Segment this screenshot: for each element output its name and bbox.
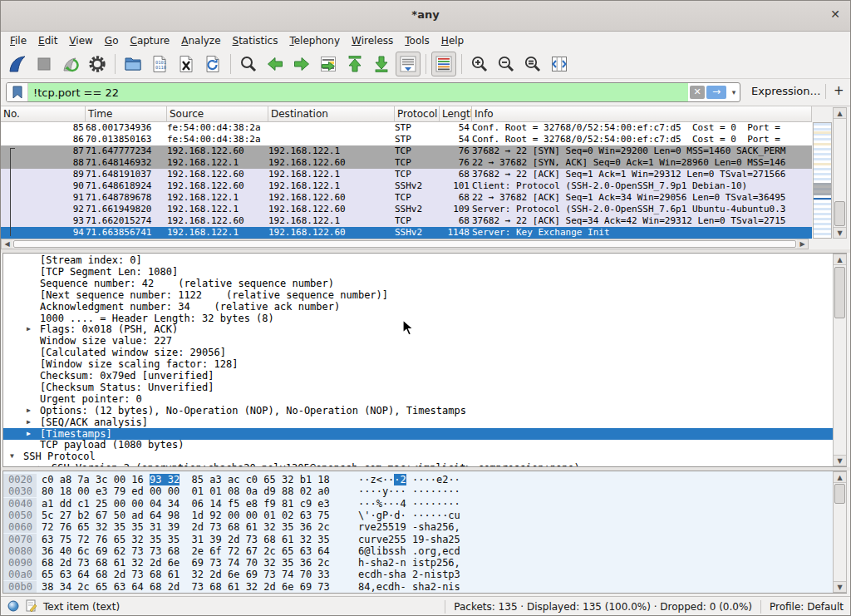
column-header-no[interactable]: No. bbox=[1, 106, 86, 122]
scroll-left-icon[interactable]: ◀ bbox=[2, 239, 12, 249]
capture-comment-icon[interactable] bbox=[26, 599, 37, 614]
scroll-up-icon[interactable]: ▲ bbox=[834, 472, 846, 483]
detail-line[interactable]: Window size value: 227 bbox=[3, 335, 846, 347]
collapse-icon[interactable]: ▼ bbox=[10, 451, 14, 462]
expand-icon[interactable]: ▶ bbox=[27, 405, 31, 416]
expand-icon[interactable]: ▶ bbox=[27, 323, 31, 335]
packet-row-87[interactable]: 8771.647777234192.168.122.60192.168.122.… bbox=[1, 145, 812, 157]
find-packet-icon[interactable] bbox=[236, 52, 261, 76]
expand-icon[interactable]: ▶ bbox=[27, 416, 31, 428]
detail-line[interactable]: [Window size scaling factor: 128] bbox=[3, 358, 846, 370]
scroll-up-icon[interactable]: ▲ bbox=[834, 254, 846, 265]
intelligent-scrollbar[interactable] bbox=[813, 122, 832, 239]
menu-go[interactable]: Go bbox=[99, 33, 125, 48]
column-header-time[interactable]: Time bbox=[86, 106, 167, 122]
packet-row-92[interactable]: 9271.661949820192.168.122.1192.168.122.6… bbox=[1, 204, 812, 215]
hex-row[interactable]: 008036 40 6c 69 62 73 73 68 2e 6f 72 67 … bbox=[3, 545, 846, 557]
filter-bookmark-icon[interactable] bbox=[7, 83, 28, 101]
expert-info-icon[interactable] bbox=[7, 600, 19, 614]
scroll-down-icon[interactable]: ▼ bbox=[834, 227, 846, 238]
scroll-up-icon[interactable]: ▲ bbox=[834, 108, 846, 119]
detail-line[interactable]: [Checksum Status: Unverified] bbox=[3, 382, 846, 393]
scroll-down-icon[interactable]: ▼ bbox=[834, 581, 846, 592]
packet-row-94[interactable]: 9471.663856741192.168.122.1192.168.122.6… bbox=[1, 227, 812, 239]
hex-row[interactable]: 0020c0 a8 7a 3c 00 16 93 32 85 a3 ac c0 … bbox=[3, 474, 846, 485]
detail-line[interactable]: ▶Options: (12 bytes), No-Operation (NOP)… bbox=[3, 405, 846, 416]
minimap-view-thumb[interactable] bbox=[814, 183, 831, 195]
detail-line[interactable]: 1000 .... = Header Length: 32 bytes (8) bbox=[3, 313, 846, 324]
hex-row[interactable]: 006072 76 65 32 35 35 31 39 2d 73 68 61 … bbox=[3, 521, 846, 533]
packet-row-89[interactable]: 8971.648191037192.168.122.60192.168.122.… bbox=[1, 169, 812, 180]
display-filter-input[interactable]: !tcp.port == 22 bbox=[28, 83, 688, 101]
menu-statistics[interactable]: Statistics bbox=[227, 33, 284, 48]
packet-list-vscrollbar[interactable]: ▲ ▼ bbox=[833, 107, 847, 239]
detail-line[interactable]: Acknowledgment number: 34 (relative ack … bbox=[3, 301, 846, 313]
detail-line[interactable]: ▶[Timestamps] bbox=[3, 428, 846, 440]
packet-row-91[interactable]: 9171.648789678192.168.122.1192.168.122.6… bbox=[1, 192, 812, 204]
hex-row[interactable]: 003080 18 00 e3 79 ed 00 00 01 01 08 0a … bbox=[3, 485, 846, 497]
column-header-source[interactable]: Source bbox=[167, 106, 268, 122]
zoom-out-icon[interactable] bbox=[494, 52, 519, 76]
menu-analyze[interactable]: Analyze bbox=[175, 33, 226, 48]
hex-row[interactable]: 00a065 63 64 68 2d 73 68 61 32 2d 6e 69 … bbox=[3, 569, 846, 580]
menu-wireless[interactable]: Wireless bbox=[346, 33, 399, 48]
capture-start-icon[interactable] bbox=[5, 52, 30, 76]
menu-tools[interactable]: Tools bbox=[399, 33, 435, 48]
packet-row-88[interactable]: 8871.648146932192.168.122.1192.168.122.6… bbox=[1, 157, 812, 169]
go-last-icon[interactable] bbox=[369, 52, 394, 76]
scroll-right-icon[interactable]: ▶ bbox=[797, 239, 808, 249]
packet-list-hscrollbar[interactable]: ◀ ▶ bbox=[1, 239, 809, 249]
packet-row-86[interactable]: 8670.013850163fe:54:00:d4:38:2aSTP54Conf… bbox=[1, 134, 812, 145]
menu-edit[interactable]: Edit bbox=[32, 33, 63, 48]
scrollbar-thumb[interactable] bbox=[834, 267, 845, 318]
open-file-icon[interactable] bbox=[121, 52, 145, 76]
title-bar[interactable]: *any ✕ bbox=[1, 1, 850, 32]
column-header-destination[interactable]: Destination bbox=[268, 106, 395, 122]
detail-line[interactable]: [Next sequence number: 1122 (relative se… bbox=[3, 289, 846, 301]
bytes-vscrollbar[interactable]: ▲ ▼ bbox=[833, 471, 847, 593]
capture-stop-icon[interactable] bbox=[32, 52, 57, 76]
menu-help[interactable]: Help bbox=[435, 33, 470, 48]
window-close-button[interactable]: ✕ bbox=[830, 7, 840, 21]
filter-apply-icon[interactable]: → bbox=[706, 86, 726, 99]
scroll-down-icon[interactable]: ▼ bbox=[834, 455, 846, 466]
expand-icon[interactable]: ▶ bbox=[27, 428, 31, 440]
zoom-in-icon[interactable] bbox=[467, 52, 492, 76]
detail-line[interactable]: ▶Flags: 0x018 (PSH, ACK) bbox=[3, 323, 846, 335]
menu-capture[interactable]: Capture bbox=[124, 33, 175, 48]
filter-history-dropdown-icon[interactable]: ▾ bbox=[728, 88, 740, 96]
menu-file[interactable]: File bbox=[4, 33, 32, 48]
profile-status[interactable]: Profile: Default bbox=[770, 601, 844, 613]
detail-line[interactable]: [Calculated window size: 29056] bbox=[3, 347, 846, 358]
column-header-protocol[interactable]: Protocol bbox=[395, 106, 440, 122]
scrollbar-thumb[interactable] bbox=[834, 201, 845, 226]
details-vscrollbar[interactable]: ▲ ▼ bbox=[833, 254, 847, 466]
hex-row[interactable]: 007063 75 72 76 65 32 35 35 31 39 2d 73 … bbox=[3, 534, 846, 545]
scrollbar-thumb[interactable] bbox=[834, 484, 845, 504]
reload-file-icon[interactable] bbox=[200, 52, 225, 76]
menu-view[interactable]: View bbox=[63, 33, 98, 48]
packet-row-93[interactable]: 9371.662015274192.168.122.60192.168.122.… bbox=[1, 215, 812, 227]
detail-line[interactable]: [TCP Segment Len: 1080] bbox=[3, 266, 846, 278]
expression-button[interactable]: Expression… bbox=[751, 85, 821, 97]
hex-row[interactable]: 00b038 34 2c 65 63 64 68 2d 73 68 61 32 … bbox=[3, 581, 846, 593]
go-first-icon[interactable] bbox=[342, 52, 367, 76]
column-header-length[interactable]: Length bbox=[440, 106, 472, 122]
detail-line[interactable]: Urgent pointer: 0 bbox=[3, 393, 846, 405]
detail-line[interactable]: ▼SSH Protocol bbox=[3, 451, 846, 462]
detail-line[interactable]: Sequence number: 42 (relative sequence n… bbox=[3, 278, 846, 289]
capture-restart-icon[interactable] bbox=[58, 52, 83, 76]
hex-row[interactable]: 009068 2d 73 68 61 32 2d 6e 69 73 74 70 … bbox=[3, 557, 846, 569]
packet-row-90[interactable]: 9071.648618924192.168.122.60192.168.122.… bbox=[1, 180, 812, 192]
go-to-packet-icon[interactable] bbox=[316, 52, 341, 76]
go-back-icon[interactable] bbox=[263, 52, 288, 76]
hex-row[interactable]: 00505c 27 b2 67 50 ad 64 98 1d 92 00 00 … bbox=[3, 510, 846, 521]
filter-add-button[interactable]: + bbox=[834, 83, 844, 98]
hex-row[interactable]: 0040a1 dd c1 25 00 00 04 34 06 14 f5 e8 … bbox=[3, 498, 846, 510]
resize-columns-icon[interactable] bbox=[547, 52, 572, 76]
detail-line[interactable]: ▶[SEQ/ACK analysis] bbox=[3, 416, 846, 428]
detail-line[interactable]: [Stream index: 0] bbox=[3, 254, 846, 266]
scrollbar-thumb[interactable] bbox=[13, 240, 796, 248]
column-header-info[interactable]: Info bbox=[472, 106, 812, 122]
capture-options-icon[interactable] bbox=[85, 52, 110, 76]
